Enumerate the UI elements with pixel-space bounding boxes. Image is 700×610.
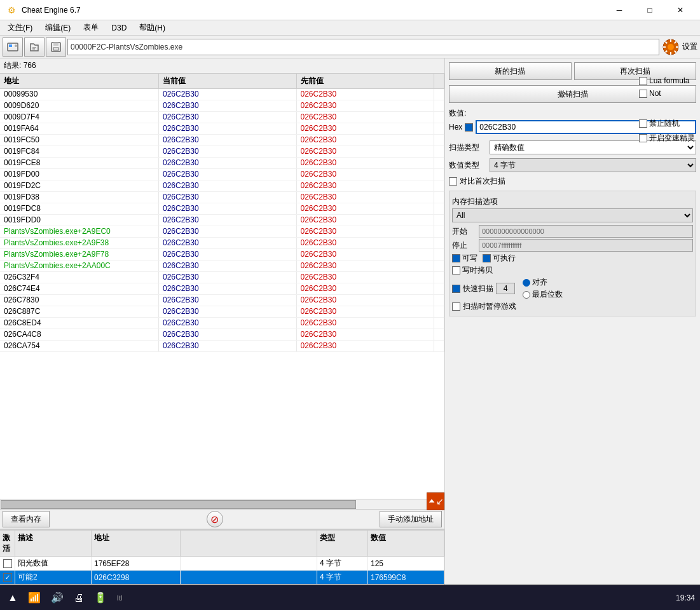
cheat-empty-1: [181, 557, 317, 570]
start-range: 开始: [452, 225, 693, 238]
hex-checkbox[interactable]: [465, 123, 473, 132]
cheat-checkbox-2[interactable]: [3, 573, 12, 582]
last-digits-label: 最后位数: [532, 289, 563, 300]
cheat-active-2[interactable]: [0, 571, 15, 584]
table-row[interactable]: 026C887C026C2B30026C2B30: [0, 306, 444, 318]
app-icon: ⚙: [5, 4, 18, 17]
cell-address: 026C887C: [0, 306, 159, 317]
pause-checkbox[interactable]: [452, 302, 460, 311]
cell-empty: [434, 89, 444, 100]
cheat-checkbox-1[interactable]: [3, 559, 12, 568]
save-button[interactable]: [46, 37, 66, 57]
compare-checkbox[interactable]: [449, 177, 457, 186]
table-row[interactable]: 026CA754026C2B30026C2B30: [0, 341, 444, 352]
svg-point-7: [668, 44, 674, 50]
cell-current: 026C2B30: [159, 283, 297, 294]
menu-d3d[interactable]: D3D: [106, 21, 132, 35]
open-file-button[interactable]: [24, 37, 45, 57]
cell-current: 026C2B30: [159, 306, 297, 317]
table-row[interactable]: 026C32F4026C2B30026C2B30: [0, 272, 444, 283]
writable-checkbox[interactable]: [452, 254, 460, 262]
table-row[interactable]: PlantsVsZombies.exe+2A9F38026C2B30026C2B…: [0, 238, 444, 249]
cell-current: 026C2B30: [159, 238, 297, 248]
memory-range-select[interactable]: All: [452, 208, 693, 222]
cell-empty: [434, 215, 444, 226]
table-row[interactable]: 0019FC84026C2B30026C2B30: [0, 146, 444, 158]
settings-button[interactable]: [661, 37, 681, 57]
right-panel: 新的扫描 再次扫描 撤销扫描 数值: Hex 扫描类型 精确数值 数值类型: [445, 58, 700, 585]
table-row[interactable]: 00099530026C2B30026C2B30: [0, 89, 444, 100]
cell-prev: 026C2B30: [297, 318, 435, 329]
table-row[interactable]: 0019FD38026C2B30026C2B30: [0, 192, 444, 203]
speed-hack-checkbox[interactable]: [639, 134, 647, 142]
table-row[interactable]: 0019FC50026C2B30026C2B30: [0, 135, 444, 146]
value-type-select[interactable]: 4 字节: [490, 158, 696, 172]
results-count: 结果: 766: [0, 58, 444, 74]
table-row[interactable]: 0019FDC8026C2B30026C2B30: [0, 203, 444, 215]
close-button[interactable]: ✕: [666, 0, 695, 20]
cheat-list-header: 激活 描述 地址 类型 数值: [0, 531, 444, 557]
cell-current: 026C2B30: [159, 215, 297, 226]
table-row[interactable]: 0019FDD0026C2B30026C2B30: [0, 215, 444, 226]
cell-prev: 026C2B30: [297, 341, 435, 351]
cell-address: PlantsVsZombies.exe+2AA00C: [0, 261, 159, 271]
cell-address: 026CA754: [0, 341, 159, 351]
table-row[interactable]: 026C74E4026C2B30026C2B30: [0, 283, 444, 295]
table-row[interactable]: PlantsVsZombies.exe+2A9F78026C2B30026C2B…: [0, 249, 444, 261]
cell-prev: 026C2B30: [297, 215, 435, 226]
table-row[interactable]: PlantsVsZombies.exe+2AA00C026C2B30026C2B…: [0, 261, 444, 272]
fast-scan-input[interactable]: [496, 283, 515, 294]
last-digits-radio-btn[interactable]: [523, 291, 530, 299]
stop-input[interactable]: [479, 239, 693, 252]
fast-scan-checkbox[interactable]: [452, 285, 460, 293]
open-process-button[interactable]: [3, 37, 23, 57]
not-label: Not: [649, 89, 661, 98]
add-address-button[interactable]: 手动添加地址: [380, 511, 442, 527]
main-area: 结果: 766 地址 当前值 先前值 00099530026C2B30026C2…: [0, 58, 700, 585]
stop-range: 停止: [452, 239, 693, 252]
no-random-checkbox[interactable]: [639, 119, 647, 128]
table-row[interactable]: 026C8ED4026C2B30026C2B30: [0, 318, 444, 329]
minimize-button[interactable]: ─: [605, 0, 634, 20]
cheat-type-1: 4 字节: [317, 557, 368, 570]
memory-options: 内存扫描选项 All 开始 停止 可写 可执行: [449, 191, 696, 316]
table-row[interactable]: 026CA4C8026C2B30026C2B30: [0, 329, 444, 341]
new-scan-button[interactable]: 新的扫描: [449, 62, 572, 80]
table-row[interactable]: 0019FD2C026C2B30026C2B30: [0, 180, 444, 192]
lua-formula-checkbox[interactable]: [639, 77, 647, 85]
cheat-col-active: 激活: [0, 531, 15, 556]
menu-edit[interactable]: 编辑(E): [40, 21, 76, 35]
table-row[interactable]: 0019FCE8026C2B30026C2B30: [0, 158, 444, 169]
cow-checkbox[interactable]: [452, 266, 460, 274]
table-row[interactable]: 0019FA64026C2B30026C2B30: [0, 123, 444, 135]
table-row[interactable]: 0009D7F4026C2B30026C2B30: [0, 112, 444, 123]
not-checkbox[interactable]: [639, 90, 647, 98]
menu-file[interactable]: 文件(F): [3, 21, 38, 35]
table-row[interactable]: 026C7830026C2B30026C2B30: [0, 295, 444, 306]
view-memory-button[interactable]: 查看内存: [3, 511, 50, 527]
stop-button[interactable]: ⊘: [207, 511, 223, 527]
cheat-active-1[interactable]: [0, 557, 15, 570]
table-row[interactable]: 0009D620026C2B30026C2B30: [0, 100, 444, 112]
cheat-addr-1: 1765EF28: [92, 557, 181, 570]
align-label: 对齐: [532, 277, 547, 288]
cell-empty: [434, 329, 444, 340]
cell-prev: 026C2B30: [297, 238, 435, 248]
align-radio-btn[interactable]: [523, 279, 530, 287]
table-row[interactable]: 0019FD00026C2B30026C2B30: [0, 169, 444, 180]
menu-table[interactable]: 表单: [78, 21, 104, 35]
cell-empty: [434, 146, 444, 157]
arrow-button[interactable]: ↙: [427, 492, 444, 510]
table-row[interactable]: PlantsVsZombies.exe+2A9EC0026C2B30026C2B…: [0, 226, 444, 238]
h-scroll-thumb[interactable]: [1, 500, 356, 509]
cell-address: 0019FD00: [0, 169, 159, 180]
cell-address: PlantsVsZombies.exe+2A9F78: [0, 249, 159, 260]
executable-checkbox[interactable]: [483, 254, 491, 262]
fast-scan-label: 快速扫描: [463, 283, 493, 294]
start-input[interactable]: [479, 225, 693, 238]
cell-empty: [434, 135, 444, 146]
maximize-button[interactable]: □: [635, 0, 664, 20]
horizontal-scrollbar[interactable]: ↙: [0, 499, 444, 509]
svg-rect-1: [9, 44, 12, 47]
menu-help[interactable]: 帮助(H): [134, 21, 170, 35]
